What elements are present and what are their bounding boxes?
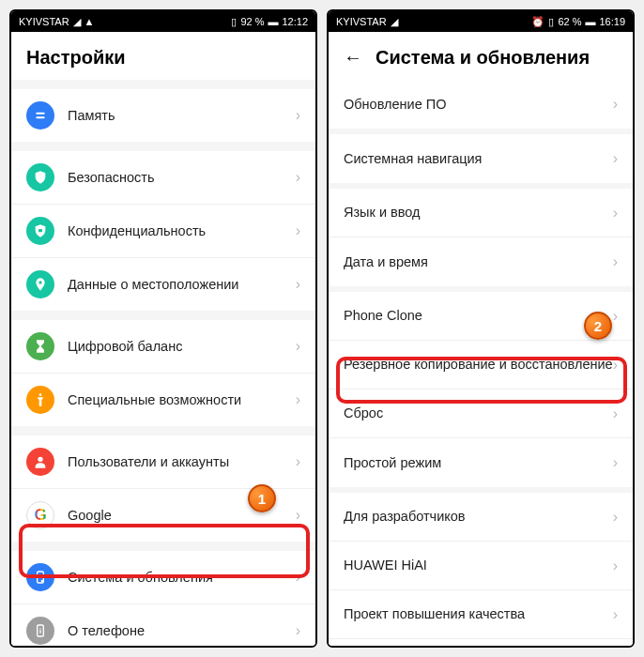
item-label: Система и обновления <box>68 569 296 587</box>
page-title: Настройки <box>26 47 126 69</box>
shield-icon <box>26 163 54 191</box>
settings-item-location[interactable]: Данные о местоположении › <box>11 258 315 311</box>
phone-info-icon <box>26 617 54 645</box>
chevron-right-icon: › <box>613 558 618 574</box>
signal-icon: ◢ <box>391 16 398 28</box>
time-label: 12:12 <box>282 16 308 27</box>
chevron-right-icon: › <box>613 357 618 374</box>
chevron-right-icon: › <box>613 509 618 526</box>
settings-item-digital-balance[interactable]: Цифровой баланс › <box>11 320 315 374</box>
svg-rect-8 <box>39 630 40 633</box>
chevron-right-icon: › <box>296 338 300 355</box>
item-label: Специальные возможности <box>68 391 296 409</box>
carrier-label: KYIVSTAR <box>336 16 387 27</box>
item-cert-logos[interactable]: Логотипы сертификатов› <box>329 639 633 646</box>
item-system-navigation[interactable]: Системная навигация› <box>329 134 633 183</box>
chevron-right-icon: › <box>613 308 618 325</box>
item-label: Цифровой баланс <box>68 338 296 356</box>
time-label: 16:19 <box>599 16 625 27</box>
item-label: О телефоне <box>68 622 296 640</box>
battery-icon: ▬ <box>585 16 595 27</box>
step-badge-1: 1 <box>248 484 276 512</box>
page-title: Система и обновления <box>376 47 590 69</box>
settings-item-users[interactable]: Пользователи и аккаунты › <box>11 435 315 489</box>
hand-icon <box>26 386 54 414</box>
item-label: Данные о местоположении <box>68 276 296 294</box>
item-reset[interactable]: Сброс› <box>329 390 633 438</box>
settings-item-system-updates[interactable]: Система и обновления › <box>11 551 315 604</box>
battery-label: 92 % <box>240 16 264 27</box>
item-developer-options[interactable]: Для разработчиков› <box>329 493 633 542</box>
item-software-update[interactable]: Обновление ПО› <box>329 80 633 129</box>
settings-item-memory[interactable]: Память › <box>11 89 315 142</box>
phone-gear-icon <box>26 563 54 591</box>
item-simple-mode[interactable]: Простой режим› <box>329 438 633 487</box>
item-backup-restore[interactable]: Резервное копирование и восстановление› <box>329 341 633 390</box>
settings-item-security[interactable]: Безопасность › <box>11 151 315 205</box>
svg-rect-2 <box>38 229 42 232</box>
chevron-right-icon: › <box>613 454 618 471</box>
vibrate-icon: ▯ <box>548 16 554 28</box>
chevron-right-icon: › <box>296 222 300 239</box>
item-quality-project[interactable]: Проект повышения качества› <box>329 590 633 639</box>
item-label: Конфиденциальность <box>68 222 296 240</box>
settings-item-accessibility[interactable]: Специальные возможности › <box>11 374 315 426</box>
chevron-right-icon: › <box>296 569 300 586</box>
item-label: Безопасность <box>68 169 296 187</box>
chevron-right-icon: › <box>613 205 618 222</box>
chevron-right-icon: › <box>296 276 300 293</box>
chevron-right-icon: › <box>613 253 618 270</box>
system-list[interactable]: Обновление ПО› Системная навигация› Язык… <box>329 80 633 646</box>
chevron-right-icon: › <box>613 405 618 422</box>
alarm-icon: ⏰ <box>531 16 544 28</box>
chevron-right-icon: › <box>613 96 618 113</box>
back-button[interactable]: ← <box>344 47 362 69</box>
chevron-right-icon: › <box>296 622 300 639</box>
status-bar: KYIVSTAR ◢ ▲ ▯ 92 % ▬ 12:12 <box>11 11 315 32</box>
header: ← Система и обновления <box>329 32 633 80</box>
chevron-right-icon: › <box>613 150 618 167</box>
chevron-right-icon: › <box>296 107 300 124</box>
item-label: Память <box>68 107 296 125</box>
svg-point-5 <box>41 580 44 583</box>
item-label: Пользователи и аккаунты <box>68 453 296 471</box>
signal-icon: ◢ <box>73 16 81 28</box>
wifi-icon: ▲ <box>84 16 95 27</box>
header: Настройки <box>11 32 315 80</box>
carrier-label: KYIVSTAR <box>19 16 69 27</box>
chevron-right-icon: › <box>296 391 300 408</box>
hourglass-icon <box>26 332 54 360</box>
settings-list[interactable]: Память › Безопасность › Конфиденциальнос… <box>11 80 315 646</box>
status-bar: KYIVSTAR ◢ ⏰ ▯ 62 % ▬ 16:19 <box>329 11 633 32</box>
vibrate-icon: ▯ <box>231 16 237 28</box>
memory-icon <box>26 101 54 130</box>
battery-label: 62 % <box>558 16 581 27</box>
svg-point-3 <box>38 457 42 462</box>
item-date-time[interactable]: Дата и время› <box>329 237 633 286</box>
item-huawei-hiai[interactable]: HUAWEI HiAI› <box>329 542 633 590</box>
person-icon <box>26 448 54 476</box>
item-language-input[interactable]: Язык и ввод› <box>329 189 633 237</box>
phone-left: KYIVSTAR ◢ ▲ ▯ 92 % ▬ 12:12 Настройки Па… <box>9 9 317 648</box>
chevron-right-icon: › <box>613 606 618 623</box>
svg-point-7 <box>39 628 40 629</box>
settings-item-privacy[interactable]: Конфиденциальность › <box>11 205 315 258</box>
svg-rect-1 <box>36 116 44 118</box>
svg-rect-0 <box>36 113 44 115</box>
step-badge-2: 2 <box>584 312 612 340</box>
location-pin-icon <box>26 270 54 298</box>
lock-shield-icon <box>26 217 54 245</box>
chevron-right-icon: › <box>296 169 300 186</box>
google-icon: G <box>26 501 54 529</box>
chevron-right-icon: › <box>296 453 300 470</box>
battery-icon: ▬ <box>268 16 278 27</box>
chevron-right-icon: › <box>296 507 300 524</box>
settings-item-about-phone[interactable]: О телефоне › <box>11 604 315 646</box>
